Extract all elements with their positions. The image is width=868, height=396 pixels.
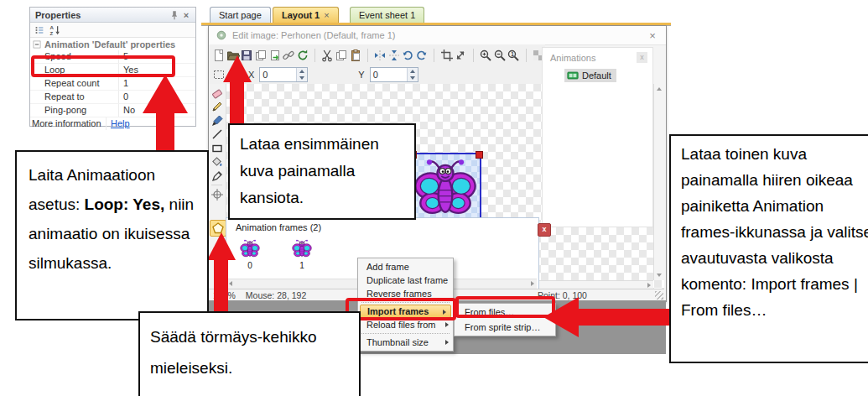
collision-arrow-shaft xyxy=(214,258,228,312)
toolbar-separator xyxy=(429,49,434,62)
callout-folder: Lataa ensimmäinen kuva painamalla kansio… xyxy=(228,123,416,220)
edit-image-icon xyxy=(216,29,227,41)
link-icon[interactable] xyxy=(282,47,296,63)
image-selection[interactable] xyxy=(411,153,481,223)
help-link[interactable]: Help xyxy=(111,118,130,128)
copy-icon[interactable] xyxy=(335,47,349,63)
tool-separator xyxy=(211,185,222,185)
menu-separator xyxy=(361,333,450,334)
cut-icon[interactable] xyxy=(320,47,335,63)
butterfly-thumbnail xyxy=(240,250,260,260)
frames-close-button[interactable]: x xyxy=(538,223,551,237)
dialog-close-icon[interactable]: × xyxy=(646,29,659,42)
loop-arrow-shaft xyxy=(156,112,174,151)
frame-thumbnail-1[interactable]: 1 xyxy=(285,238,319,270)
from-files-highlight-box xyxy=(455,296,555,318)
submenu-arrow-icon xyxy=(445,340,449,345)
dialog-title: Edit image: Perhonen (Default, frame 1) xyxy=(232,30,395,40)
image-toolbar: 1 xyxy=(209,44,545,66)
properties-group-header[interactable]: Animation 'Default' properties xyxy=(30,38,195,50)
import-frames-highlight-box xyxy=(346,298,456,320)
mouse-coords: Mouse: 28, 192 xyxy=(246,290,306,300)
animation-frames-title: Animation frames (2) xyxy=(226,218,538,232)
animations-panel: Animations x Default xyxy=(542,47,653,227)
import-arrow-head xyxy=(543,297,579,337)
eyedropper-tool-icon[interactable] xyxy=(210,169,225,183)
coords-toolbar: X 0 Y 0 xyxy=(209,65,542,85)
mirror-horizontal-icon[interactable] xyxy=(373,47,387,63)
selection-handle[interactable] xyxy=(476,151,483,159)
rectangle-tool-icon[interactable] xyxy=(210,141,225,155)
crop-icon[interactable] xyxy=(439,47,454,63)
dialog-title-bar[interactable]: Edit image: Perhonen (Default, frame 1) … xyxy=(209,26,666,45)
pencil-tool-icon[interactable] xyxy=(210,100,225,114)
submenu-arrow-icon xyxy=(445,322,449,327)
menu-item-thumbnail-size[interactable]: Thumbnail size xyxy=(358,336,453,349)
animation-item-default[interactable]: Default xyxy=(564,69,616,82)
toolbar-separator xyxy=(309,49,315,62)
y-spinner[interactable] xyxy=(407,68,418,81)
resize-grip[interactable] xyxy=(655,291,663,300)
export-icon[interactable] xyxy=(268,47,282,63)
callout-import: Lataa toinen kuva painamalla hiiren oike… xyxy=(669,134,868,363)
animations-header: Animations x xyxy=(543,48,652,63)
zoom-out-icon[interactable] xyxy=(492,47,507,63)
pin-icon[interactable] xyxy=(169,9,180,21)
vertical-scrollbar[interactable] xyxy=(653,84,665,280)
toolbar-separator xyxy=(468,49,474,62)
flip-vertical-icon[interactable] xyxy=(387,47,402,63)
svg-text:Z: Z xyxy=(49,29,53,35)
svg-text:1: 1 xyxy=(511,51,514,57)
animations-close-icon[interactable]: x xyxy=(637,52,647,63)
y-input[interactable]: 0 xyxy=(370,67,418,82)
loop-arrow-head xyxy=(143,75,188,113)
menu-item-add-frame[interactable]: Add frame xyxy=(358,260,453,274)
zoom-actual-icon[interactable]: 1 xyxy=(507,47,521,63)
tab-start-page[interactable]: Start page xyxy=(210,7,271,23)
fill-tool-icon[interactable] xyxy=(210,155,225,169)
eraser-tool-icon[interactable] xyxy=(210,86,225,100)
y-label: Y xyxy=(358,70,364,80)
folder-arrow-head xyxy=(223,55,252,82)
frame-thumbnail-0[interactable]: 0 xyxy=(233,238,267,270)
properties-toolbar: AZ xyxy=(30,23,195,38)
animations-title: Animations xyxy=(550,53,595,63)
butterfly-thumbnail xyxy=(292,250,312,260)
zoom-in-icon[interactable] xyxy=(479,47,493,63)
butterfly-image xyxy=(413,155,477,219)
sort-az-icon[interactable]: AZ xyxy=(49,24,61,36)
categorized-view-icon[interactable] xyxy=(34,24,45,36)
tab-event-sheet-1[interactable]: Event sheet 1 xyxy=(350,7,424,23)
callout-collision: Säädä törmäys-kehikko mieleiseksi. xyxy=(138,311,361,396)
properties-close-icon[interactable]: × xyxy=(180,9,192,21)
brush-tool-icon[interactable] xyxy=(210,113,225,128)
more-information-label: More information xyxy=(30,117,106,130)
x-spinner[interactable] xyxy=(296,68,307,81)
rotate-cw-icon[interactable] xyxy=(415,47,429,63)
collision-arrow-head xyxy=(207,232,236,260)
x-input[interactable]: 0 xyxy=(259,67,308,82)
collapse-icon[interactable] xyxy=(33,40,41,49)
folder-arrow-shaft xyxy=(230,81,244,125)
resize-icon[interactable] xyxy=(454,47,468,63)
menu-item-duplicate-last-frame[interactable]: Duplicate last frame xyxy=(358,274,453,287)
properties-title-bar: Properties × xyxy=(30,8,195,23)
menu-item-from-sprite-strip[interactable]: From sprite strip… xyxy=(455,320,555,335)
toolbar-separator xyxy=(362,49,368,62)
callout-loop: Laita Animaatioon asetus: Loop: Yes, nii… xyxy=(15,150,209,320)
reload-icon[interactable] xyxy=(295,47,309,63)
copy-image-icon[interactable] xyxy=(254,47,268,63)
properties-title: Properties xyxy=(35,10,81,20)
tab-close-icon[interactable]: × xyxy=(324,8,329,23)
animation-strip-icon xyxy=(567,70,579,81)
import-arrow-shaft xyxy=(577,309,669,326)
tab-layout-1[interactable]: Layout 1 × xyxy=(273,7,339,23)
toolbar-separator xyxy=(520,49,526,62)
origin-tool-icon[interactable] xyxy=(210,188,225,202)
paste-icon[interactable] xyxy=(348,47,362,63)
screenshot-root: Properties × AZ Animation 'Default' prop… xyxy=(0,0,868,396)
rotate-ccw-icon[interactable] xyxy=(401,47,415,63)
line-tool-icon[interactable] xyxy=(210,128,225,142)
